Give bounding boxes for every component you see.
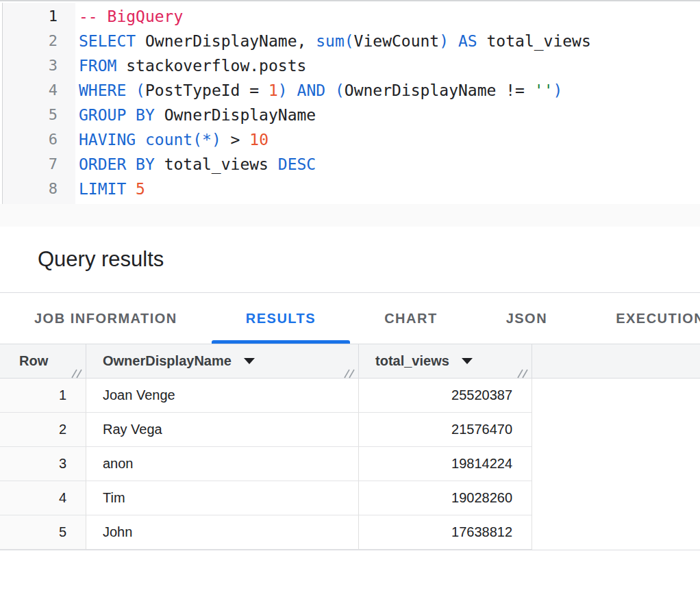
cell-ownerdisplayname: Ray Vega [86,413,359,447]
sql-token-pl [126,81,136,99]
code-text: GROUP BY OwnerDisplayName [75,103,316,127]
code-line: 8LIMIT 5 [0,177,700,201]
results-table-header: RowOwnerDisplayNametotal_views [0,344,700,379]
column-header-ownerdisplayname: OwnerDisplayName [86,344,359,378]
row-filler-cell [532,379,700,413]
editor-bottom-strip [0,204,700,227]
line-number: 8 [0,177,75,201]
query-results-title: Query results [38,247,164,272]
table-row: 4Tim19028260 [0,481,700,515]
code-line: 5GROUP BY OwnerDisplayName [0,103,700,127]
cell-total-views: 25520387 [359,379,532,413]
sql-token-kw: GROUP BY [79,106,155,124]
cell-row-number: 4 [0,481,86,515]
sql-token-pl: total_views [477,32,591,50]
cell-row-number: 2 [0,413,86,447]
sql-token-kw: ) [439,32,449,50]
tab-json[interactable]: JSON [472,294,582,344]
line-number: 4 [0,78,75,103]
cell-total-views: 19028260 [359,481,532,515]
sql-token-kw: ) [553,81,562,99]
sql-token-pl [449,32,458,50]
sql-token-kw: DESC [278,155,316,173]
table-row: 1Joan Venge25520387 [0,379,700,413]
cell-total-views: 21576470 [359,413,532,447]
sql-editor[interactable]: 1-- BigQuery2SELECT OwnerDisplayName, su… [0,0,700,227]
sql-token-kw: sum( [316,32,353,50]
sql-token-kw: ORDER BY [79,155,155,173]
sql-token-kw: FROM [79,57,116,75]
code-text: -- BigQuery [75,4,183,29]
code-lines: 1-- BigQuery2SELECT OwnerDisplayName, su… [0,4,700,201]
sql-token-com: -- BigQuery [79,8,183,25]
sql-token-kw: HAVING [79,131,136,149]
sql-token-pl [288,81,297,99]
code-text: ORDER BY total_views DESC [75,152,316,177]
tab-results[interactable]: RESULTS [212,294,350,344]
column-resize-handle-icon[interactable] [71,366,82,376]
row-filler-cell [532,515,700,550]
sql-token-kw: LIMIT [79,180,126,198]
code-line: 4WHERE (PostTypeId = 1) AND (OwnerDispla… [0,78,700,103]
sql-token-str: '' [534,81,553,99]
line-number: 6 [0,127,75,152]
column-menu-dropdown-icon[interactable] [244,358,255,364]
cell-total-views: 19814224 [359,447,532,481]
column-header-label: OwnerDisplayName [103,353,232,369]
code-line: 2SELECT OwnerDisplayName, sum(ViewCount)… [0,29,700,53]
sql-token-pl: OwnerDisplayName != [345,81,534,99]
line-number: 5 [0,103,75,127]
code-line: 6HAVING count(*) > 10 [0,127,700,152]
cell-ownerdisplayname: Tim [86,481,359,515]
code-text: SELECT OwnerDisplayName, sum(ViewCount) … [75,29,591,53]
code-text: LIMIT 5 [75,177,145,201]
sql-token-pl: OwnerDisplayName [155,106,316,124]
column-header-label: total_views [375,353,449,369]
column-header-row: Row [0,344,86,378]
sql-token-pl: total_views [155,155,278,173]
sql-token-pl: PostTypeId = [145,81,268,99]
code-text: WHERE (PostTypeId = 1) AND (OwnerDisplay… [75,78,562,103]
cell-row-number: 5 [0,515,86,550]
row-filler-cell [532,481,700,515]
sql-token-kw: ) [278,81,288,99]
column-header-total-views: total_views [359,344,532,378]
cell-row-number: 1 [0,379,86,413]
column-resize-handle-icon[interactable] [344,366,355,376]
cell-ownerdisplayname: anon [86,447,359,481]
sql-token-pl [325,81,335,99]
table-row: 2Ray Vega21576470 [0,413,700,447]
header-filler-cell [532,344,700,378]
sql-token-pl: > [221,131,250,149]
sql-token-kw: ( [335,81,345,99]
tab-job-information[interactable]: JOB INFORMATION [0,294,212,344]
tab-execution-details[interactable]: EXECUTION DETAILS [582,294,700,344]
table-bottom-border [0,550,700,550]
cell-row-number: 3 [0,447,86,481]
sql-token-kw: count(*) [145,131,221,149]
sql-token-num: 5 [136,180,145,198]
table-row: 3anon19814224 [0,447,700,481]
column-resize-handle-icon[interactable] [517,366,528,376]
column-menu-dropdown-icon[interactable] [462,358,473,364]
sql-token-kw: AS [458,32,477,50]
code-text: FROM stackoverflow.posts [75,53,306,78]
tab-chart[interactable]: CHART [350,294,472,344]
line-number: 3 [0,53,75,78]
sql-token-pl: ViewCount [354,32,440,50]
sql-token-pl: stackoverflow.posts [116,57,306,75]
cell-total-views: 17638812 [359,515,532,550]
sql-token-kw: AND [297,81,326,99]
sql-token-kw: ( [136,81,145,99]
code-line: 3FROM stackoverflow.posts [0,53,700,78]
line-number: 2 [0,29,75,53]
sql-token-kw: WHERE [79,81,126,99]
results-tab-bar: JOB INFORMATIONRESULTSCHARTJSONEXECUTION… [0,294,700,344]
results-table-body: 1Joan Venge255203872Ray Vega215764703ano… [0,379,700,550]
sql-token-kw: SELECT [79,32,136,50]
code-line: 1-- BigQuery [0,4,700,29]
sql-token-pl [136,131,145,149]
code-text: HAVING count(*) > 10 [75,127,268,152]
line-number: 7 [0,152,75,177]
sql-token-num: 1 [268,81,278,99]
